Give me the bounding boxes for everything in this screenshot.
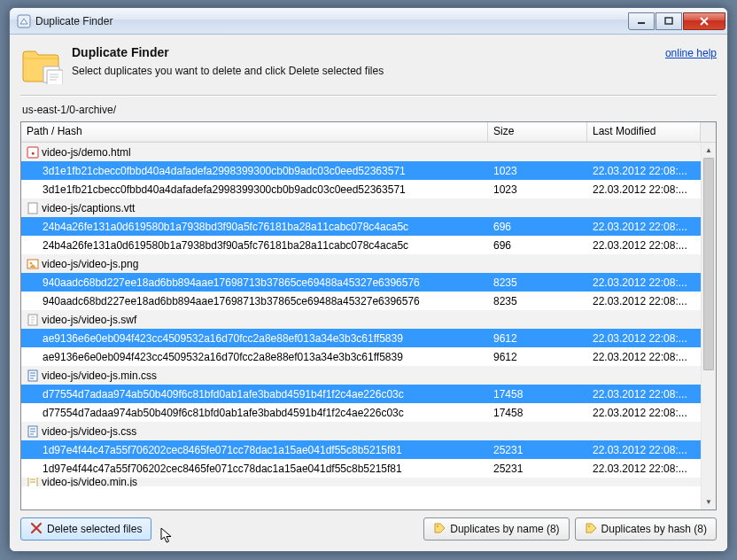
scroll-down-button[interactable]: ▼ [702, 494, 716, 509]
table-row[interactable]: d77554d7adaa974ab50b409f6c81bfd0ab1afe3b… [21, 403, 701, 422]
hash-value: d77554d7adaa974ab50b409f6c81bfd0ab1afe3b… [43, 407, 404, 419]
modified-value: 22.03.2012 22:08:... [587, 351, 701, 363]
file-path: video-js/video-js.png [42, 258, 138, 270]
table-row[interactable]: video-js/captions.vtt [21, 198, 701, 217]
online-help-link[interactable]: online help [665, 45, 717, 59]
table-row[interactable]: video-js/video-js.min.css [21, 366, 701, 385]
size-value: 25231 [488, 444, 587, 456]
svg-point-9 [30, 261, 33, 264]
close-button[interactable] [683, 12, 725, 30]
file-path: video-js/demo.html [42, 146, 131, 159]
duplicates-by-name-button[interactable]: Duplicates by name (8) [423, 517, 569, 541]
page-subtitle: Select duplicates you want to delete and… [72, 65, 656, 77]
duplicates-by-hash-label: Duplicates by hash (8) [601, 523, 707, 535]
table-row[interactable]: 24b4a26fe131a0d619580b1a7938bd3f90a5fc76… [21, 236, 701, 254]
table-row[interactable]: 1d97e4f44c47a55f706202cec8465fe071cc78da… [21, 440, 701, 459]
swf-file-icon [27, 314, 39, 326]
table-row[interactable]: video-js/video-js.png [21, 254, 701, 273]
column-modified[interactable]: Last Modified [587, 122, 701, 142]
column-size[interactable]: Size [488, 122, 587, 142]
scroll-thumb[interactable] [703, 158, 714, 370]
scroll-track[interactable] [702, 158, 716, 494]
modified-value: 22.03.2012 22:08:... [587, 332, 701, 345]
svg-text:●: ● [31, 150, 35, 156]
modified-value: 22.03.2012 22:08:... [587, 221, 701, 233]
footer: Delete selected files Duplicates by name… [20, 517, 717, 541]
delete-selected-button[interactable]: Delete selected files [20, 517, 151, 541]
divider [20, 95, 717, 97]
hash-value: 24b4a26fe131a0d619580b1a7938bd3f90a5fc76… [43, 221, 408, 233]
js-file-icon [27, 478, 39, 486]
modified-value: 22.03.2012 22:08:... [587, 444, 701, 456]
hash-value: 1d97e4f44c47a55f706202cec8465fe071cc78da… [43, 463, 402, 475]
duplicates-by-name-label: Duplicates by name (8) [450, 523, 559, 535]
hash-value: 1d97e4f44c47a55f706202cec8465fe071cc78da… [43, 444, 402, 456]
maximize-button[interactable] [656, 12, 682, 30]
size-value: 696 [488, 239, 587, 252]
svg-point-15 [588, 525, 590, 527]
table-row[interactable]: 940aadc68bd227ee18ad6bb894aae17698713b37… [21, 273, 701, 292]
hash-value: 3d1e1fb21cbecc0fbbd40a4dafadefa299839930… [43, 183, 406, 196]
modified-value: 22.03.2012 22:08:... [587, 388, 701, 401]
minimize-button[interactable] [628, 12, 655, 30]
results-table: Path / Hash Size Last Modified ●video-js… [20, 121, 717, 510]
file-path: video-js/video-js.css [42, 425, 136, 438]
window-controls [628, 12, 725, 30]
hash-value: 24b4a26fe131a0d619580b1a7938bd3f90a5fc76… [43, 239, 408, 252]
css-file-icon [27, 425, 39, 438]
content-area: Duplicate Finder Select duplicates you w… [10, 35, 727, 551]
hash-value: 940aadc68bd227ee18ad6bb894aae17698713b37… [43, 276, 420, 289]
table-row[interactable]: video-js/video-js.swf [21, 310, 701, 329]
modified-value: 22.03.2012 22:08:... [587, 239, 701, 252]
table-row[interactable]: d77554d7adaa974ab50b409f6c81bfd0ab1afe3b… [21, 385, 701, 403]
modified-value: 22.03.2012 22:08:... [587, 183, 701, 196]
app-window: Duplicate Finder Duplicate Finder Select… [9, 7, 728, 552]
window-title: Duplicate Finder [35, 15, 628, 27]
hash-value: d77554d7adaa974ab50b409f6c81bfd0ab1afe3b… [43, 388, 404, 401]
app-icon [17, 14, 31, 28]
table-row[interactable]: 940aadc68bd227ee18ad6bb894aae17698713b37… [21, 292, 701, 310]
table-row[interactable]: 3d1e1fb21cbecc0fbbd40a4dafadefa299839930… [21, 161, 701, 180]
file-path: video-js/video-js.swf [42, 314, 136, 326]
table-row[interactable]: ae9136e6e0eb094f423cc4509532a16d70fcc2a8… [21, 329, 701, 347]
table-body: ●video-js/demo.html3d1e1fb21cbecc0fbbd40… [21, 143, 701, 509]
hash-value: ae9136e6e0eb094f423cc4509532a16d70fcc2a8… [43, 332, 403, 345]
duplicates-by-hash-button[interactable]: Duplicates by hash (8) [575, 517, 717, 541]
size-value: 9612 [488, 332, 587, 345]
table-row[interactable]: video-js/video.min.js [21, 478, 701, 486]
table-row[interactable]: video-js/video-js.css [21, 422, 701, 440]
tag-icon [433, 522, 446, 537]
size-value: 17458 [488, 388, 587, 401]
scroll-up-button[interactable]: ▲ [702, 143, 716, 158]
table-row[interactable]: ae9136e6e0eb094f423cc4509532a16d70fcc2a8… [21, 347, 701, 366]
size-value: 696 [488, 221, 587, 233]
vertical-scrollbar[interactable]: ▲ ▼ [701, 143, 716, 509]
hash-value: ae9136e6e0eb094f423cc4509532a16d70fcc2a8… [43, 351, 403, 363]
table-row[interactable]: ●video-js/demo.html [21, 143, 701, 161]
modified-value: 22.03.2012 22:08:... [587, 295, 701, 307]
table-row[interactable]: 3d1e1fb21cbecc0fbbd40a4dafadefa299839930… [21, 180, 701, 198]
path-label: us-east-1/0-archive/ [20, 102, 717, 121]
file-path: video-js/video.min.js [42, 478, 137, 486]
modified-value: 22.03.2012 22:08:... [587, 463, 701, 475]
size-value: 1023 [488, 165, 587, 177]
delete-icon [30, 522, 43, 537]
column-path[interactable]: Path / Hash [21, 122, 488, 142]
modified-value: 22.03.2012 22:08:... [587, 165, 701, 177]
modified-value: 22.03.2012 22:08:... [587, 407, 701, 419]
table-row[interactable]: 24b4a26fe131a0d619580b1a7938bd3f90a5fc76… [21, 217, 701, 236]
size-value: 25231 [488, 463, 587, 475]
svg-rect-7 [28, 203, 37, 214]
html-file-icon: ● [27, 146, 39, 159]
svg-rect-2 [665, 18, 672, 24]
scrollbar-header [701, 122, 716, 142]
folder-icon [20, 45, 63, 84]
size-value: 8235 [488, 295, 587, 307]
hash-value: 3d1e1fb21cbecc0fbbd40a4dafadefa299839930… [43, 165, 406, 177]
titlebar[interactable]: Duplicate Finder [10, 8, 727, 35]
file-path: video-js/video-js.min.css [42, 369, 157, 382]
file-path: video-js/captions.vtt [42, 202, 135, 214]
file-file-icon [27, 202, 39, 214]
page-title: Duplicate Finder [72, 45, 656, 59]
table-row[interactable]: 1d97e4f44c47a55f706202cec8465fe071cc78da… [21, 459, 701, 478]
